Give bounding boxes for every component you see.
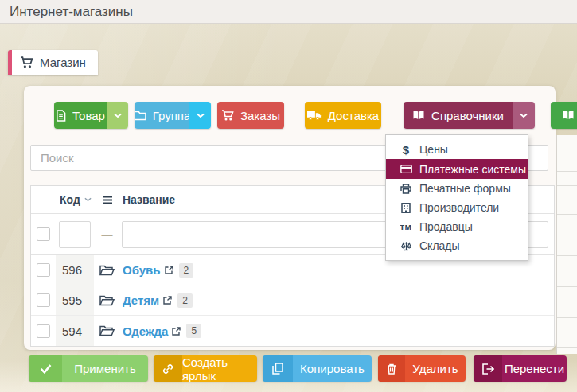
directories-button[interactable]: Справочники [404,102,535,129]
menu-item-manufacturers[interactable]: Производители [386,198,528,217]
directories-button-label: Справочники [431,109,504,122]
column-header-code[interactable]: Код [56,193,94,206]
column-menu-button[interactable] [94,196,120,204]
count-badge: 2 [177,293,193,308]
truck-icon [307,110,322,121]
printer-icon [396,184,416,194]
chevron-down-icon [197,113,205,118]
report-button[interactable]: Отчет [551,102,577,129]
orders-button-label: Заказы [240,109,280,122]
trash-icon [378,355,405,382]
delete-button-label: Удалить [405,355,466,382]
filter-separator: — [102,228,113,241]
delivery-button-label: Доставка [328,109,379,122]
copy-button[interactable]: Копировать [263,355,372,382]
menu-item-sellers[interactable]: тм Продавцы [386,217,528,236]
count-badge: 5 [186,324,201,338]
tab-shop-label: Магазин [40,56,86,69]
row-code: 595 [56,285,94,315]
export-icon [474,355,502,382]
right-pane-cropped [556,135,577,354]
menu-item-label: Склады [416,239,460,252]
menu-item-prices[interactable]: $ Цены [386,140,528,159]
column-header-code-label: Код [60,193,80,206]
row-checkbox[interactable] [37,293,50,307]
menu-item-warehouses[interactable]: Склады [386,236,528,255]
row-checkbox[interactable] [37,324,50,338]
folder-open-icon [99,265,115,276]
building-icon [396,203,416,213]
menu-item-label: Платежные системы [416,163,526,176]
check-icon [29,355,62,382]
page-title: Интернет-магазины [0,0,577,24]
select-all-checkbox[interactable] [37,227,50,241]
code-filter-input[interactable] [59,221,91,248]
folder-open-icon [99,325,115,336]
directories-dropdown-toggle[interactable] [513,102,535,129]
external-link-icon[interactable] [172,327,181,336]
menu-item-label: Цены [416,143,448,156]
count-badge: 2 [179,263,194,278]
apply-button-label: Применить [62,355,148,382]
row-code: 596 [56,255,94,285]
orders-button[interactable]: Заказы [217,102,284,129]
group-link[interactable]: Обувь [120,263,161,277]
link-icon [154,355,182,382]
move-button-label: Перенести [502,355,567,382]
book-icon [412,110,425,121]
product-button[interactable]: Товар [54,102,128,129]
trademark-icon: тм [396,222,416,231]
menu-item-payment-systems[interactable]: Платежные системы [386,159,528,179]
group-link[interactable]: Детям [120,293,159,307]
external-link-icon[interactable] [163,296,172,305]
menu-item-label: Производители [416,201,499,214]
folder-open-icon [99,295,115,306]
cart-icon [221,110,234,121]
delete-button[interactable]: Удалить [378,355,466,382]
column-header-name-label: Название [123,193,175,206]
directories-dropdown-menu: $ Цены Платежные системы Печатные формы … [385,134,528,261]
chevron-down-icon [520,113,528,118]
row-checkbox[interactable] [37,263,50,277]
menu-item-label: Продавцы [416,220,473,233]
document-icon [56,110,66,122]
create-shortcut-button[interactable]: Создать ярлык [154,355,257,382]
group-button-label: Группа [153,109,191,122]
dollar-icon: $ [396,143,416,157]
folder-icon [135,111,146,121]
sort-caret-icon [84,197,92,202]
group-button[interactable]: Группа [135,102,211,129]
tab-shop[interactable]: Магазин [8,50,98,75]
chevron-down-icon [114,113,122,118]
product-dropdown-toggle[interactable] [107,102,128,129]
toolbar: Товар Группа Заказы Доставка [54,102,577,129]
group-dropdown-toggle[interactable] [189,102,211,129]
cart-icon [20,56,33,68]
top-bar: Интернет-магазины [0,0,577,24]
move-button[interactable]: Перенести [474,355,567,382]
group-link[interactable]: Одежда [120,324,168,338]
table-row: 595 Детям 2 [31,285,554,316]
delivery-button[interactable]: Доставка [305,102,381,129]
credit-card-icon [396,165,416,173]
hamburger-icon [102,196,113,204]
table-row: 594 Одежда 5 [31,316,554,346]
product-button-label: Товар [72,109,105,122]
menu-item-print-forms[interactable]: Печатные формы [386,179,528,198]
apply-button[interactable]: Применить [29,355,148,382]
menu-item-label: Печатные формы [416,182,511,195]
row-code: 594 [56,316,94,346]
copy-button-label: Копировать [293,355,372,382]
book-icon [562,110,575,121]
scales-icon [396,241,416,251]
external-link-icon[interactable] [165,266,173,274]
create-shortcut-button-label: Создать ярлык [182,355,257,382]
copy-icon [263,355,293,382]
